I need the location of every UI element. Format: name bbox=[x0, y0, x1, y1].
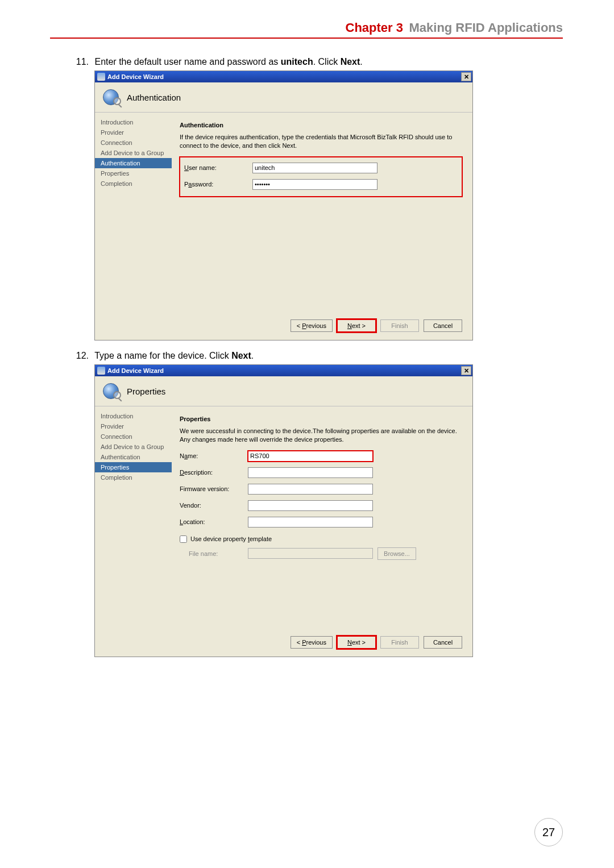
button-row: < Previous Next > Finish Cancel bbox=[180, 314, 462, 332]
wizard-authentication: Add Device Wizard ✕ Authentication Intro… bbox=[94, 70, 473, 340]
wizard-body: Introduction Provider Connection Add Dev… bbox=[95, 406, 472, 657]
vendor-input[interactable] bbox=[248, 500, 373, 511]
description-label: Description: bbox=[180, 469, 248, 476]
username-input[interactable] bbox=[252, 163, 377, 173]
cancel-button[interactable]: Cancel bbox=[424, 636, 462, 649]
nav-completion[interactable]: Completion bbox=[95, 178, 172, 189]
wizard-body: Introduction Provider Connection Add Dev… bbox=[95, 113, 472, 340]
nav-introduction[interactable]: Introduction bbox=[95, 117, 172, 127]
window-title: Add Device Wizard bbox=[107, 367, 164, 374]
section-desc: We were successful in connecting to the … bbox=[180, 427, 462, 444]
wizard-main: Authentication If the device requires au… bbox=[172, 113, 472, 340]
row-vendor: Vendor: bbox=[180, 500, 462, 511]
wizard-main: Properties We were successful in connect… bbox=[172, 406, 472, 657]
row-username: User name: bbox=[184, 163, 458, 173]
step-number: 11. bbox=[70, 57, 89, 67]
finish-button: Finish bbox=[380, 319, 419, 332]
row-firmware: Firmware version: bbox=[180, 484, 462, 495]
wizard-properties: Add Device Wizard ✕ Properties Introduct… bbox=[94, 364, 473, 657]
page-header: Chapter 3 Making RFID Applications bbox=[0, 20, 614, 35]
nav-introduction[interactable]: Introduction bbox=[95, 411, 172, 421]
step-number: 12. bbox=[70, 351, 89, 361]
page-number: 27 bbox=[534, 818, 563, 846]
app-icon bbox=[97, 367, 105, 375]
template-checkbox-label: Use device property template bbox=[190, 535, 272, 542]
row-filename: File name: Browse... bbox=[180, 547, 462, 560]
template-checkbox[interactable] bbox=[180, 535, 187, 543]
name-input[interactable] bbox=[248, 451, 373, 462]
wizard-banner: Authentication bbox=[95, 82, 472, 113]
filename-input bbox=[248, 548, 373, 559]
nav-properties[interactable]: Properties bbox=[95, 168, 172, 178]
wizard-nav: Introduction Provider Connection Add Dev… bbox=[95, 406, 172, 657]
wizard-nav: Introduction Provider Connection Add Dev… bbox=[95, 113, 172, 340]
previous-button[interactable]: < Previous bbox=[291, 636, 333, 649]
location-label: Location: bbox=[180, 518, 248, 525]
password-input[interactable] bbox=[252, 179, 377, 190]
nav-add-group[interactable]: Add Device to a Group bbox=[95, 442, 172, 452]
button-row: < Previous Next > Finish Cancel bbox=[180, 630, 462, 649]
banner-title: Properties bbox=[127, 387, 165, 396]
row-template-checkbox: Use device property template bbox=[180, 535, 462, 543]
close-button[interactable]: ✕ bbox=[461, 366, 471, 375]
name-label: Name: bbox=[180, 452, 248, 459]
username-label: User name: bbox=[184, 164, 252, 171]
nav-connection[interactable]: Connection bbox=[95, 138, 172, 148]
row-password: Password: bbox=[184, 179, 458, 190]
wizard-banner: Properties bbox=[95, 376, 472, 406]
nav-provider[interactable]: Provider bbox=[95, 421, 172, 431]
banner-title: Authentication bbox=[127, 93, 181, 102]
wizard-banner-icon bbox=[101, 381, 121, 401]
vendor-label: Vendor: bbox=[180, 502, 248, 509]
cancel-button[interactable]: Cancel bbox=[424, 319, 462, 332]
password-label: Password: bbox=[184, 181, 252, 188]
next-button[interactable]: Next > bbox=[337, 319, 376, 332]
description-input[interactable] bbox=[248, 467, 373, 478]
filename-label: File name: bbox=[180, 550, 248, 557]
step-12-text: 12. Type a name for the device. Click Ne… bbox=[70, 351, 563, 361]
window-title: Add Device Wizard bbox=[107, 73, 164, 80]
credentials-highlight: User name: Password: bbox=[180, 157, 462, 197]
section-title: Authentication bbox=[180, 122, 462, 128]
firmware-label: Firmware version: bbox=[180, 485, 248, 492]
titlebar: Add Device Wizard ✕ bbox=[95, 71, 472, 82]
close-button[interactable]: ✕ bbox=[461, 72, 471, 81]
row-name: Name: bbox=[180, 451, 462, 462]
browse-button: Browse... bbox=[377, 547, 416, 560]
nav-completion[interactable]: Completion bbox=[95, 472, 172, 483]
chapter-title: Making RFID Applications bbox=[409, 20, 563, 35]
titlebar-left: Add Device Wizard bbox=[97, 73, 164, 81]
app-icon bbox=[97, 73, 105, 81]
nav-authentication[interactable]: Authentication bbox=[95, 158, 172, 168]
next-button[interactable]: Next > bbox=[337, 636, 376, 649]
nav-connection[interactable]: Connection bbox=[95, 431, 172, 442]
nav-add-group[interactable]: Add Device to a Group bbox=[95, 148, 172, 158]
firmware-input[interactable] bbox=[248, 484, 373, 495]
section-desc: If the device requires authentication, t… bbox=[180, 133, 462, 150]
finish-button: Finish bbox=[380, 636, 419, 649]
wizard-banner-icon bbox=[101, 87, 121, 107]
nav-provider[interactable]: Provider bbox=[95, 127, 172, 138]
previous-button[interactable]: < Previous bbox=[291, 319, 333, 332]
row-location: Location: bbox=[180, 517, 462, 528]
titlebar-left: Add Device Wizard bbox=[97, 367, 164, 375]
row-description: Description: bbox=[180, 467, 462, 478]
section-title: Properties bbox=[180, 416, 462, 422]
titlebar: Add Device Wizard ✕ bbox=[95, 365, 472, 376]
header-rule bbox=[50, 38, 563, 39]
nav-authentication[interactable]: Authentication bbox=[95, 452, 172, 462]
content-area: 11. Enter the default user name and pass… bbox=[70, 47, 563, 657]
location-input[interactable] bbox=[248, 517, 373, 528]
chapter-label: Chapter 3 bbox=[346, 20, 403, 35]
step-11-text: 11. Enter the default user name and pass… bbox=[70, 57, 563, 67]
nav-properties[interactable]: Properties bbox=[95, 462, 172, 472]
